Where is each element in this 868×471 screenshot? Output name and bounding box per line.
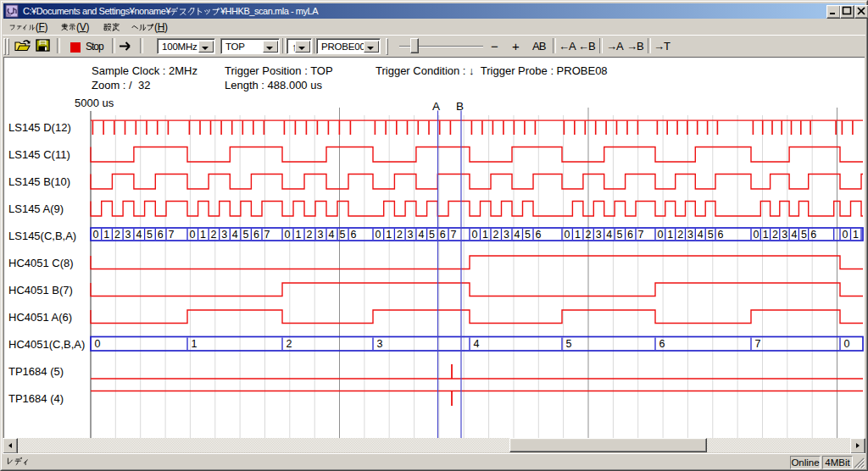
svg-text:5: 5 [525,229,531,241]
svg-text:1: 1 [192,338,198,350]
svg-text:6: 6 [810,229,816,241]
svg-text:0: 0 [754,229,760,241]
svg-text:2: 2 [114,229,120,241]
svg-text:5: 5 [708,229,714,241]
svg-text:7: 7 [169,229,175,241]
svg-text:3: 3 [377,338,383,350]
svg-text:1: 1 [386,229,392,241]
svg-text:6: 6 [536,229,542,241]
svg-text:4: 4 [418,229,424,241]
svg-text:5: 5 [147,229,153,241]
svg-text:2: 2 [211,229,217,241]
svg-text:5: 5 [340,229,346,241]
svg-text:4: 4 [698,229,704,241]
svg-text:2: 2 [585,229,591,241]
svg-text:6: 6 [253,229,259,241]
svg-text:5: 5 [429,229,435,241]
svg-text:7: 7 [264,229,270,241]
svg-text:6: 6 [659,338,665,350]
svg-text:2: 2 [397,229,403,241]
svg-text:4: 4 [329,229,335,241]
svg-text:5: 5 [801,229,807,241]
svg-text:3: 3 [504,229,509,241]
svg-text:4: 4 [515,229,520,241]
svg-text:1: 1 [200,229,206,241]
svg-text:4: 4 [136,229,142,241]
svg-text:7: 7 [755,338,761,350]
svg-text:0: 0 [472,229,478,241]
svg-text:5: 5 [617,229,623,241]
svg-text:5: 5 [566,338,572,350]
svg-text:1: 1 [575,229,581,241]
svg-text:0: 0 [565,229,570,241]
svg-text:0: 0 [95,338,101,350]
svg-text:7: 7 [638,229,644,241]
svg-text:4: 4 [232,229,238,241]
svg-text:1: 1 [296,229,302,241]
svg-text:2: 2 [307,229,313,241]
svg-text:2: 2 [677,229,683,241]
svg-text:2: 2 [287,338,292,350]
svg-text:0: 0 [658,229,664,241]
svg-text:4: 4 [792,229,798,241]
svg-text:1: 1 [482,229,488,241]
svg-text:1: 1 [103,229,109,241]
svg-text:3: 3 [318,229,324,241]
svg-text:6: 6 [718,229,724,241]
svg-text:0: 0 [376,229,381,241]
svg-text:2: 2 [493,229,499,241]
svg-text:3: 3 [221,229,227,241]
svg-text:6: 6 [440,229,446,241]
svg-text:3: 3 [125,229,131,241]
svg-text:6: 6 [627,229,633,241]
svg-text:3: 3 [596,229,602,241]
svg-text:6: 6 [351,229,357,241]
svg-text:1: 1 [853,229,859,241]
svg-text:1: 1 [667,229,673,241]
svg-text:0: 0 [285,229,291,241]
svg-text:0: 0 [843,229,849,241]
svg-text:0: 0 [844,338,850,350]
svg-text:2: 2 [772,229,778,241]
svg-text:7: 7 [451,229,457,241]
svg-text:4: 4 [606,229,612,241]
svg-text:5: 5 [242,229,248,241]
svg-text:0: 0 [190,229,196,241]
svg-text:3: 3 [687,229,693,241]
svg-text:3: 3 [782,229,787,241]
svg-text:1: 1 [763,229,769,241]
svg-text:4: 4 [474,338,480,350]
svg-text:3: 3 [408,229,414,241]
svg-text:6: 6 [158,229,164,241]
svg-text:0: 0 [93,229,99,241]
